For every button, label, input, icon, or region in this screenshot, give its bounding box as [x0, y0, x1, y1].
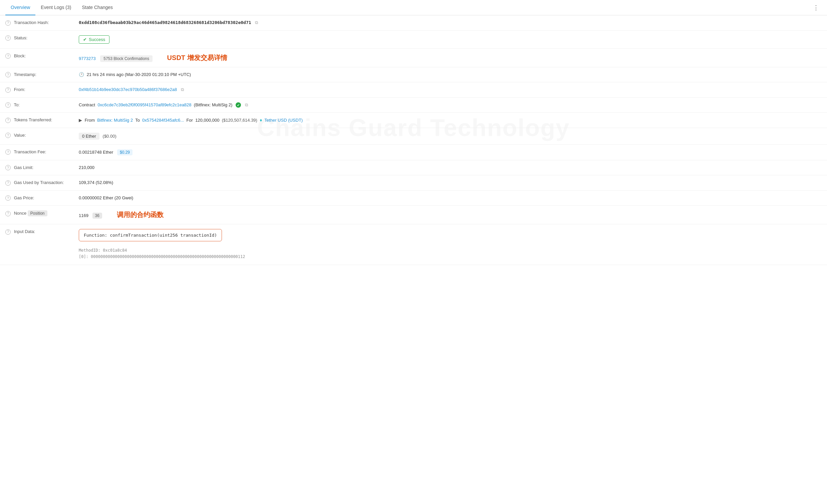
- value-to: Contract 0xc6cde7c39eb2f0f0095f41570af89…: [74, 97, 827, 113]
- label-from: ? From:: [0, 82, 74, 98]
- label-transaction-hash: ? Transaction Hash:: [0, 15, 74, 30]
- copy-tx-hash-button[interactable]: ⧉: [255, 20, 258, 25]
- help-icon-status[interactable]: ?: [5, 35, 11, 41]
- value-nonce: 1169 36 调用的合约函数: [74, 206, 827, 224]
- value-gas-price: 0.00000002 Ether (20 Gwei): [74, 190, 827, 206]
- label-gas-limit: ? Gas Limit:: [0, 160, 74, 175]
- value-timestamp: 🕐 21 hrs 24 mins ago (Mar-30-2020 01:20:…: [74, 67, 827, 82]
- tabs-bar: Overview Event Logs (3) State Changes ⋮: [0, 0, 827, 15]
- help-icon-gas-limit[interactable]: ?: [5, 165, 11, 170]
- label-tokens-transferred: ? Tokens Transferred:: [0, 113, 74, 128]
- help-icon-from[interactable]: ?: [5, 87, 11, 93]
- fee-usd-badge: $0.29: [117, 149, 133, 155]
- value-tokens-transferred: ▶ From Bitfinex: MultiSig 2 To 0x5754284…: [74, 113, 827, 128]
- row-tokens-transferred: ? Tokens Transferred: ▶ From Bitfinex: M…: [0, 113, 827, 128]
- clock-icon: 🕐: [79, 72, 84, 77]
- from-address-link[interactable]: 0xf4b51b14b9ee30dc37ec970b50a486f37686e2…: [79, 87, 177, 92]
- value-transaction-fee: 0.00218748 Ether $0.29: [74, 144, 827, 160]
- token-diamond-icon: ♦: [260, 117, 262, 123]
- annotation-usdt: USDT 增发交易详情: [167, 54, 227, 61]
- to-address-link[interactable]: 0xc6cde7c39eb2f0f0095f41570af89efc2c1ea8…: [97, 102, 191, 107]
- value-transaction-hash: 0xdd108cd36fbeaab03b29ac46d465ad9824618d…: [74, 15, 827, 30]
- function-signature-box: Function: confirmTransaction(uint256 tra…: [79, 229, 222, 241]
- help-icon-to[interactable]: ?: [5, 102, 11, 108]
- row-status: ? Status: ✔ Success: [0, 30, 827, 48]
- check-icon: ✔: [83, 37, 87, 42]
- row-gas-used: ? Gas Used by Transaction: 109,374 (52.0…: [0, 175, 827, 191]
- usd-value: ($0.00): [103, 134, 116, 139]
- token-from-link[interactable]: Bitfinex: MultiSig 2: [97, 118, 133, 123]
- token-transfer-arrow: ▶: [79, 118, 82, 123]
- input-data-raw: MethodID: 0xc01a8c84 [0]: 00000000000000…: [79, 247, 822, 260]
- row-value: ? Value: 0 Ether ($0.00): [0, 128, 827, 144]
- position-label-badge: Position: [28, 210, 47, 216]
- label-to: ? To:: [0, 97, 74, 113]
- label-gas-price: ? Gas Price:: [0, 190, 74, 206]
- help-icon-tx-hash[interactable]: ?: [5, 20, 11, 26]
- value-input-data: Function: confirmTransaction(uint256 tra…: [74, 224, 827, 265]
- label-timestamp: ? Timestamp:: [0, 67, 74, 82]
- row-from: ? From: 0xf4b51b14b9ee30dc37ec970b50a486…: [0, 82, 827, 98]
- value-status: ✔ Success: [74, 30, 827, 48]
- value-from: 0xf4b51b14b9ee30dc37ec970b50a486f37686e2…: [74, 82, 827, 98]
- confirmations-badge: 5753 Block Confirmations: [100, 55, 152, 62]
- tab-event-logs[interactable]: Event Logs (3): [35, 0, 77, 15]
- row-gas-price: ? Gas Price: 0.00000002 Ether (20 Gwei): [0, 190, 827, 206]
- copy-to-address-button[interactable]: ⧉: [245, 102, 248, 108]
- help-icon-tokens[interactable]: ?: [5, 118, 11, 123]
- annotation-contract-function: 调用的合约函数: [117, 211, 163, 218]
- help-icon-timestamp[interactable]: ?: [5, 72, 11, 77]
- row-timestamp: ? Timestamp: 🕐 21 hrs 24 mins ago (Mar-3…: [0, 67, 827, 82]
- label-status: ? Status:: [0, 30, 74, 48]
- label-block: ? Block:: [0, 48, 74, 67]
- help-icon-nonce[interactable]: ?: [5, 211, 11, 216]
- value-block: 9773273 5753 Block Confirmations USDT 增发…: [74, 48, 827, 67]
- label-input-data: ? Input Data:: [0, 224, 74, 265]
- block-number-link[interactable]: 9773273: [79, 56, 96, 61]
- help-icon-gas-price[interactable]: ?: [5, 195, 11, 201]
- row-gas-limit: ? Gas Limit: 210,000: [0, 160, 827, 175]
- value-gas-used: 109,374 (52.08%): [74, 175, 827, 191]
- help-icon-input-data[interactable]: ?: [5, 229, 11, 235]
- position-value-badge: 36: [92, 213, 102, 219]
- help-icon-value[interactable]: ?: [5, 133, 11, 138]
- tab-overview[interactable]: Overview: [5, 0, 35, 15]
- label-transaction-fee: ? Transaction Fee:: [0, 144, 74, 160]
- token-to-link[interactable]: 0x5754284f345afc6...: [142, 118, 184, 123]
- tab-state-changes[interactable]: State Changes: [77, 0, 118, 15]
- value-gas-limit: 210,000: [74, 160, 827, 175]
- row-block: ? Block: 9773273 5753 Block Confirmation…: [0, 48, 827, 67]
- ether-amount-box: 0 Ether: [79, 133, 99, 140]
- row-nonce: ? Nonce Position 1169 36 调用的合约函数: [0, 206, 827, 224]
- row-transaction-hash: ? Transaction Hash: 0xdd108cd36fbeaab03b…: [0, 15, 827, 30]
- more-options-button[interactable]: ⋮: [810, 1, 822, 14]
- copy-from-address-button[interactable]: ⧉: [181, 87, 184, 92]
- value-value: 0 Ether ($0.00): [74, 128, 827, 144]
- label-value: ? Value:: [0, 128, 74, 144]
- status-badge: ✔ Success: [79, 35, 109, 44]
- label-nonce: ? Nonce Position: [0, 206, 74, 224]
- help-icon-fee[interactable]: ?: [5, 149, 11, 155]
- label-gas-used: ? Gas Used by Transaction:: [0, 175, 74, 191]
- row-transaction-fee: ? Transaction Fee: 0.00218748 Ether $0.2…: [0, 144, 827, 160]
- transaction-detail-table: ? Transaction Hash: 0xdd108cd36fbeaab03b…: [0, 15, 827, 265]
- verified-icon: ✔: [236, 102, 241, 108]
- row-to: ? To: Contract 0xc6cde7c39eb2f0f0095f415…: [0, 97, 827, 113]
- row-input-data: ? Input Data: Function: confirmTransacti…: [0, 224, 827, 265]
- token-name-link[interactable]: Tether USD (USDT): [264, 118, 303, 123]
- help-icon-gas-used[interactable]: ?: [5, 180, 11, 186]
- help-icon-block[interactable]: ?: [5, 53, 11, 59]
